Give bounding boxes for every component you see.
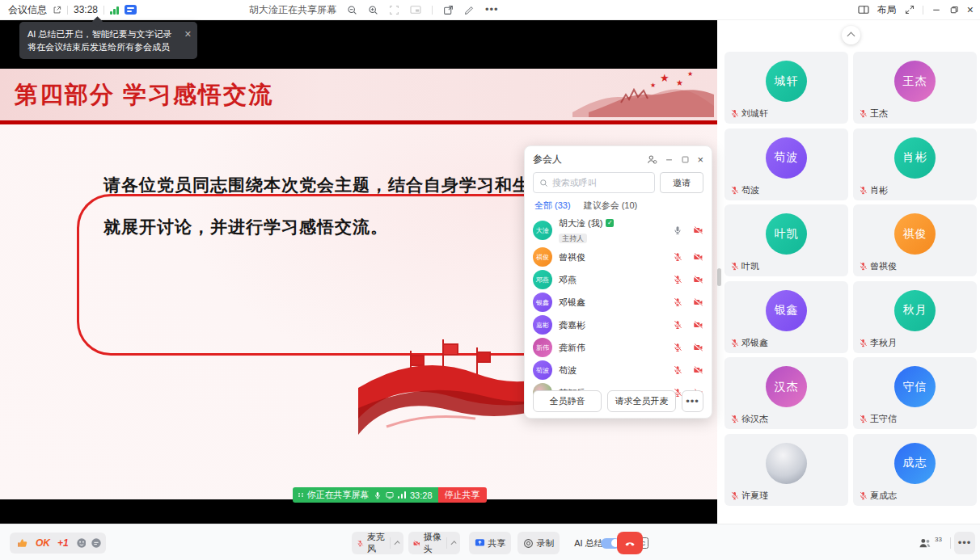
mic-muted-icon[interactable] — [673, 320, 682, 330]
participant-name: 龚新伟 — [559, 342, 585, 354]
video-tile[interactable]: 汉杰 徐汉杰 — [724, 357, 848, 429]
annotate-pen-icon[interactable] — [464, 5, 475, 15]
participant-name: 徐汉杰 — [741, 413, 768, 425]
participant-row[interactable]: 苟波 苟波 — [525, 359, 712, 381]
record-icon — [523, 538, 534, 549]
camera-button[interactable]: 摄像头 — [408, 532, 460, 554]
popout-icon[interactable] — [443, 5, 454, 15]
video-tile[interactable]: 叶凯 叶凯 — [724, 204, 848, 276]
participant-row[interactable]: 新伟 龚新伟 — [525, 336, 712, 359]
slide-red-rule — [0, 120, 717, 124]
mic-muted-icon[interactable] — [673, 365, 682, 375]
participant-settings-icon[interactable] — [647, 154, 657, 165]
mic-muted-icon[interactable] — [673, 297, 682, 307]
thumbs-up-icon[interactable] — [17, 537, 28, 549]
video-tile[interactable]: 祺俊 曾祺俊 — [853, 204, 977, 276]
reaction-ok[interactable]: OK — [36, 537, 50, 549]
toolbar-more-button[interactable]: ••• — [954, 532, 975, 554]
reaction-plus-one[interactable]: +1 — [57, 537, 69, 549]
camera-muted-icon[interactable] — [693, 297, 703, 307]
minimize-button[interactable] — [931, 5, 941, 15]
panel-minimize-icon[interactable] — [665, 155, 674, 164]
tab-all-participants[interactable]: 全部 (33) — [534, 200, 571, 212]
divider — [67, 6, 68, 15]
camera-muted-icon[interactable] — [693, 275, 703, 284]
participant-row[interactable]: 嘉彬 龚嘉彬 — [525, 314, 712, 336]
maximize-button[interactable] — [949, 5, 959, 15]
search-input[interactable]: 搜索或呼叫 — [533, 172, 655, 193]
participant-name: 曾祺俊 — [559, 251, 585, 263]
camera-muted-icon[interactable] — [693, 320, 703, 330]
meeting-info-button[interactable]: 会议信息 — [8, 3, 47, 17]
panel-more-button[interactable]: ••• — [682, 390, 703, 412]
participant-name: 夏成志 — [870, 490, 897, 502]
mic-options-chevron[interactable] — [394, 541, 399, 546]
zoom-in-icon[interactable] — [368, 5, 378, 15]
screen-icon[interactable] — [386, 491, 394, 499]
mute-all-button[interactable]: 全员静音 — [533, 390, 602, 412]
mic-muted-icon[interactable] — [673, 252, 682, 262]
video-tile[interactable]: 秋月 李秋月 — [853, 281, 977, 353]
video-tile[interactable]: 守信 王守信 — [853, 357, 977, 429]
avatar: 叶凯 — [766, 213, 807, 255]
camera-options-chevron[interactable] — [450, 541, 456, 546]
collapse-sidebar-button[interactable] — [842, 26, 860, 44]
participant-row[interactable]: 祺俊 曾祺俊 — [525, 246, 712, 268]
avatar: 邓燕 — [533, 270, 552, 289]
layout-icon[interactable] — [858, 5, 869, 15]
fullscreen-icon[interactable] — [905, 5, 915, 15]
camera-muted-icon[interactable] — [693, 252, 703, 262]
video-tile[interactable]: 许夏瑾 — [724, 434, 848, 506]
video-tile[interactable]: 城轩 刘城轩 — [724, 52, 848, 124]
video-tile[interactable]: 苟波 苟波 — [724, 128, 848, 200]
scrollbar-thumb[interactable] — [717, 268, 721, 286]
avatar: 祺俊 — [894, 213, 936, 255]
unmute-all-button[interactable]: 请求全员开麦 — [607, 390, 676, 412]
avatar: 祺俊 — [533, 247, 552, 267]
video-tile[interactable]: 银鑫 邓银鑫 — [724, 281, 848, 353]
invite-button[interactable]: 邀请 — [660, 172, 703, 193]
mic-icon[interactable] — [374, 491, 382, 499]
participant-name: 李秋月 — [870, 337, 897, 349]
share-meeting-icon[interactable] — [53, 6, 61, 15]
participant-row[interactable]: 大淦 胡大淦 (我)✓ 主持人 — [525, 215, 712, 246]
mic-muted-icon — [730, 186, 739, 195]
avatar: 城轩 — [766, 61, 807, 102]
tooltip-close-icon[interactable]: ✕ — [184, 27, 192, 40]
share-screen-button[interactable]: 共享 — [469, 532, 511, 554]
mic-on-icon[interactable] — [673, 225, 682, 235]
divider — [432, 6, 433, 15]
drag-handle-icon[interactable] — [298, 493, 303, 498]
stop-sharing-button[interactable]: 停止共享 — [438, 487, 487, 503]
camera-muted-icon[interactable] — [693, 343, 703, 352]
share-label: 共享 — [488, 537, 506, 549]
participant-name: 叶凯 — [741, 260, 759, 272]
participant-name: 肖彬 — [870, 184, 888, 196]
network-signal-icon[interactable] — [110, 6, 119, 15]
video-tile[interactable]: 成志 夏成志 — [853, 434, 977, 506]
more-icon[interactable]: ••• — [485, 6, 499, 14]
zoom-out-icon[interactable] — [347, 5, 357, 15]
video-tile[interactable]: 肖彬 肖彬 — [853, 128, 977, 200]
sharing-control-bar: 你正在共享屏幕 33:28 停止共享 — [293, 487, 487, 503]
pip-window-icon — [410, 5, 421, 15]
video-tile[interactable]: 王杰 王杰 — [853, 52, 977, 124]
mic-button[interactable]: 麦克风 — [352, 532, 403, 554]
camera-muted-icon[interactable] — [693, 365, 703, 375]
record-button[interactable]: 录制 — [517, 532, 560, 554]
avatar: 肖彬 — [894, 137, 936, 179]
ai-summary-icon[interactable] — [125, 5, 137, 15]
mic-muted-icon — [859, 109, 868, 118]
close-button[interactable]: × — [967, 0, 974, 19]
tab-suggested-participants[interactable]: 建议参会 (10) — [584, 200, 638, 212]
panel-close-icon[interactable]: × — [697, 155, 703, 164]
mic-muted-icon[interactable] — [673, 343, 682, 352]
hangup-button[interactable] — [617, 532, 643, 554]
participant-row[interactable]: 邓燕 邓燕 — [525, 268, 712, 291]
panel-maximize-icon[interactable] — [681, 155, 690, 164]
mic-muted-icon[interactable] — [673, 275, 682, 284]
layout-label[interactable]: 布局 — [877, 3, 897, 17]
participant-row[interactable]: 银鑫 邓银鑫 — [525, 291, 712, 314]
camera-muted-icon[interactable] — [693, 225, 703, 235]
chat-button[interactable] — [86, 533, 106, 554]
